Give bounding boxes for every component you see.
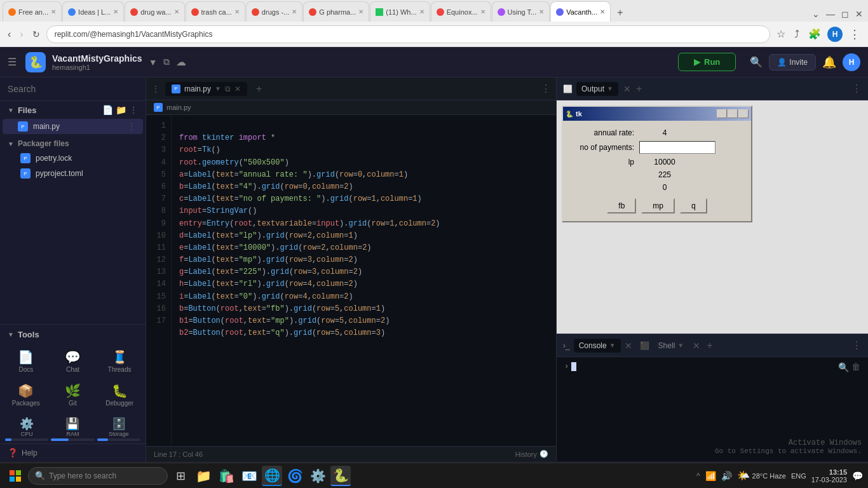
address-bar[interactable]: replit.com/@hemasingh1/VacantMistyGraphi… — [46, 25, 770, 43]
extensions-icon[interactable]: 🧩 — [806, 25, 824, 43]
output-add-btn[interactable]: + — [636, 83, 642, 95]
tab-scroll-left[interactable]: ⌄ — [810, 6, 822, 22]
repl-copy-icon[interactable]: ⧉ — [163, 57, 170, 67]
editor-tab-dropdown[interactable]: ▼ — [215, 85, 221, 92]
taskbar-python[interactable]: 🐍 — [330, 466, 351, 486]
editor-tab-bar-more[interactable]: ⋮ — [541, 83, 551, 95]
taskbar-ms-store[interactable]: 🛍️ — [216, 466, 236, 486]
search-icon[interactable]: 🔍 — [750, 56, 763, 68]
maximize-button[interactable]: ◻ — [839, 6, 851, 22]
sidebar-search-input[interactable] — [8, 84, 138, 94]
file-item-pyproject[interactable]: P pyproject.toml — [3, 166, 143, 181]
shell-tab-close[interactable]: ✕ — [693, 341, 700, 351]
tab-10-active[interactable]: Vacanth... ✕ — [550, 1, 611, 22]
menu-icon[interactable]: ⋮ — [846, 25, 863, 44]
repl-cloud-icon[interactable]: ☁ — [176, 56, 186, 68]
tab-9[interactable]: Using T... ✕ — [492, 1, 550, 22]
output-tab-dropdown[interactable]: ▼ — [607, 85, 613, 92]
weather-widget[interactable]: 🌤️ 28°C Haze — [737, 470, 786, 482]
output-panel-more[interactable]: ⋮ — [851, 83, 862, 95]
clock[interactable]: 13:15 17-03-2023 — [811, 468, 847, 484]
tool-threads[interactable]: 🧵 Threads — [96, 344, 143, 378]
tab-5[interactable]: drugs -... ✕ — [246, 1, 302, 22]
sidebar-toggle[interactable]: ☰ — [8, 56, 17, 68]
tools-header[interactable]: ▼ Tools — [0, 325, 146, 344]
file-more-mainpy[interactable]: ⋮ — [128, 122, 135, 131]
help-row[interactable]: ❓ Help — [0, 444, 146, 461]
tab-3[interactable]: drug wa... ✕ — [125, 1, 184, 22]
nav-back[interactable]: ‹ — [5, 26, 13, 43]
tab-1[interactable]: Free an... ✕ — [3, 1, 62, 22]
console-add-btn[interactable]: + — [707, 340, 712, 351]
start-button[interactable] — [5, 466, 25, 486]
editor-add-tab[interactable]: + — [252, 82, 266, 96]
tool-chat[interactable]: 💬 Chat — [50, 344, 97, 378]
repl-dropdown-icon[interactable]: ▼ — [149, 57, 158, 67]
file-item-poetry[interactable]: P poetry.lock — [3, 151, 143, 166]
tk-payments-entry[interactable] — [639, 141, 715, 154]
console-tab-dropdown[interactable]: ▼ — [609, 342, 616, 349]
packager-header[interactable]: ▼ Packager files — [0, 134, 146, 151]
tool-docs[interactable]: 📄 Docs — [3, 344, 50, 378]
tk-maximize[interactable]: □ — [728, 109, 738, 118]
share-icon[interactable]: ⤴ — [792, 26, 802, 43]
taskbar-mail[interactable]: 📧 — [239, 466, 259, 486]
taskbar-search[interactable]: 🔍 Type here to search — [28, 467, 168, 485]
taskbar-edge[interactable]: 🌀 — [285, 466, 305, 486]
taskbar-chrome2[interactable]: ⚙️ — [308, 466, 328, 486]
tool-git[interactable]: 🌿 Git — [50, 378, 97, 412]
tab-7[interactable]: (11) Wh... ✕ — [370, 1, 430, 22]
tab-6[interactable]: G pharma... ✕ — [303, 1, 369, 22]
profile-icon[interactable]: H — [827, 27, 843, 42]
code-lines[interactable]: from tkinter import * root=Tk() root.geo… — [172, 115, 556, 446]
wifi-icon[interactable]: 📶 — [705, 471, 716, 481]
taskbar-file-explorer[interactable]: 📁 — [193, 466, 214, 486]
new-tab-button[interactable]: + — [611, 4, 629, 22]
editor-tab-more[interactable]: ⋮ — [151, 84, 160, 94]
tab-8[interactable]: Equinox... ✕ — [431, 1, 491, 22]
tab-2[interactable]: Ideas | L... ✕ — [62, 1, 124, 22]
tk-fb-button[interactable]: fb — [607, 198, 636, 214]
cpu-meter[interactable]: ⚙️ CPU — [5, 417, 48, 441]
shell-tab[interactable]: Shell ▼ — [653, 339, 689, 353]
taskbar-chrome[interactable]: 🌐 — [262, 466, 282, 486]
console-panel-more[interactable]: ⋮ — [851, 339, 862, 351]
files-header[interactable]: ▼ Files 📄 📁 ⋮ — [0, 101, 146, 119]
notification-icon[interactable]: 🔔 — [822, 55, 836, 69]
editor-tab-mainpy[interactable]: P main.py ▼ ⧉ ✕ — [165, 82, 247, 96]
shell-tab-dropdown[interactable]: ▼ — [677, 342, 684, 349]
nav-forward[interactable]: › — [17, 26, 25, 43]
editor-tab-copy[interactable]: ⧉ — [225, 85, 231, 93]
run-button[interactable]: ▶ Run — [678, 53, 736, 71]
notification-center[interactable]: 💬 — [852, 471, 863, 481]
output-tab[interactable]: Output ▼ — [576, 82, 618, 96]
console-tab-close[interactable]: ✕ — [625, 341, 632, 351]
ram-meter[interactable]: 💾 RAM — [51, 417, 94, 441]
output-panel-close[interactable]: ✕ — [623, 84, 631, 94]
file-item-mainpy[interactable]: P main.py ⋮ — [3, 119, 143, 134]
tk-close[interactable]: ✕ — [738, 109, 749, 118]
tray-up-arrow[interactable]: ^ — [696, 471, 700, 480]
user-avatar[interactable]: H — [843, 53, 860, 71]
status-history[interactable]: History 🕐 — [515, 450, 548, 458]
tk-q-button[interactable]: q — [680, 198, 707, 214]
console-clear-action[interactable]: 🗑 — [851, 362, 860, 373]
editor-tab-close-btn[interactable]: ✕ — [234, 85, 241, 93]
tool-packages[interactable]: 📦 Packages — [3, 378, 50, 412]
minimize-button[interactable]: — — [824, 6, 837, 22]
task-view-button[interactable]: ⊞ — [170, 466, 191, 486]
nav-reload[interactable]: ↻ — [30, 27, 43, 42]
tk-mp-button[interactable]: mp — [641, 198, 675, 214]
close-button[interactable]: ✕ — [853, 6, 865, 22]
files-more-icon[interactable]: ⋮ — [129, 105, 138, 115]
language-indicator[interactable]: ENG — [791, 472, 806, 480]
storage-meter[interactable]: 🗄️ Storage — [97, 417, 140, 441]
console-search-action[interactable]: 🔍 — [838, 362, 849, 373]
invite-button[interactable]: 👤 Invite — [769, 54, 816, 71]
console-tab[interactable]: Console ▼ — [574, 339, 621, 353]
tk-minimize[interactable]: _ — [717, 109, 727, 118]
tool-debugger[interactable]: 🐛 Debugger — [96, 378, 143, 412]
volume-icon[interactable]: 🔊 — [721, 471, 732, 481]
new-folder-icon[interactable]: 📁 — [116, 105, 126, 115]
bookmark-icon[interactable]: ☆ — [774, 25, 788, 43]
